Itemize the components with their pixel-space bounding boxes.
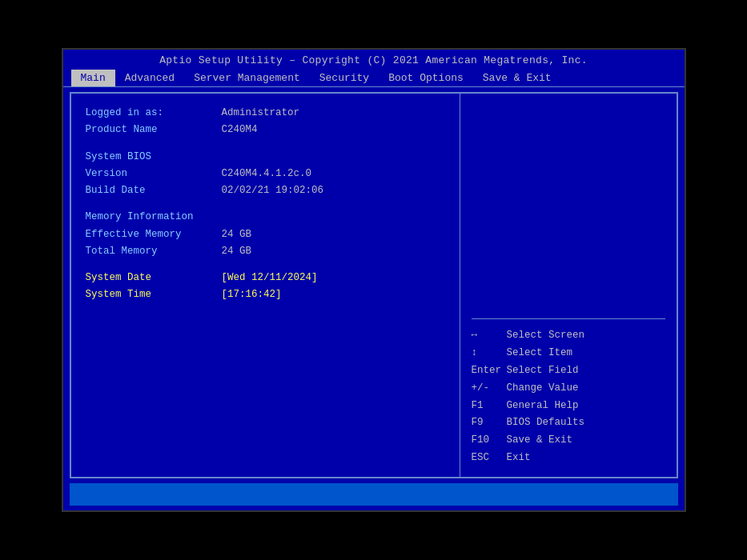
field-label: Product Name (86, 122, 222, 138)
field-row[interactable]: System Date[Wed 12/11/2024] (86, 270, 445, 286)
field-label: System Date (86, 270, 222, 286)
field-row: Effective Memory24 GB (86, 226, 445, 243)
field-row: Product NameC240M4 (86, 122, 445, 138)
field-gap (86, 260, 445, 270)
field-gap (86, 199, 445, 209)
field-label: Memory Information (86, 209, 222, 226)
key-name: Enter (472, 362, 502, 380)
menu-item-security[interactable]: Security (310, 70, 379, 86)
key-name: F1 (472, 398, 502, 415)
key-row: +/-Change Value (472, 380, 665, 398)
left-panel: Logged in as:AdministratorProduct NameC2… (71, 94, 460, 477)
field-value: [Wed 12/11/2024] (222, 270, 318, 286)
field-row: Logged in as:Administrator (86, 105, 445, 122)
right-panel: ↔Select Screen↕Select ItemEnterSelect Fi… (460, 94, 677, 477)
key-row: ↕Select Item (472, 345, 665, 362)
key-name: ↔ (472, 327, 502, 345)
key-desc: Select Field (507, 362, 579, 380)
field-label: Build Date (86, 182, 222, 199)
key-name: ↕ (472, 345, 502, 362)
key-name: +/- (472, 380, 502, 398)
title-bar: Aptio Setup Utility – Copyright (C) 2021… (63, 50, 685, 70)
field-row: Memory Information (86, 209, 445, 226)
key-desc: Select Screen (507, 327, 585, 345)
field-value: [17:16:42] (222, 286, 282, 303)
menu-item-boot-options[interactable]: Boot Options (379, 70, 473, 86)
key-desc: Change Value (507, 380, 579, 398)
field-value: C240M4 (222, 122, 258, 138)
field-row[interactable]: System Time[17:16:42] (86, 286, 445, 303)
field-label: System Time (86, 286, 222, 303)
menu-item-save-and-exit[interactable]: Save & Exit (473, 70, 561, 86)
field-value: C240M4.4.1.2c.0 (222, 166, 312, 182)
key-name: F10 (472, 432, 502, 450)
bottom-bar (70, 483, 678, 506)
key-row: F10Save & Exit (472, 432, 665, 450)
key-row: EnterSelect Field (472, 362, 665, 380)
content-area: Logged in as:AdministratorProduct NameC2… (70, 92, 678, 478)
field-row: Build Date02/02/21 19:02:06 (86, 182, 445, 199)
menu-item-server-management[interactable]: Server Management (184, 70, 310, 86)
field-label: Logged in as: (86, 105, 222, 122)
key-row: ↔Select Screen (472, 327, 665, 345)
menu-bar: MainAdvancedServer ManagementSecurityBoo… (63, 70, 685, 87)
menu-item-main[interactable]: Main (71, 70, 115, 86)
field-gap (86, 139, 445, 149)
field-row: VersionC240M4.4.1.2c.0 (86, 166, 445, 182)
field-value: Administrator (222, 105, 300, 122)
field-label: Version (86, 166, 222, 182)
key-desc: BIOS Defaults (507, 414, 585, 432)
key-help: ↔Select Screen↕Select ItemEnterSelect Fi… (472, 319, 665, 467)
title-text: Aptio Setup Utility – Copyright (C) 2021… (159, 54, 588, 66)
key-row: F1General Help (472, 398, 665, 415)
field-value: 24 GB (222, 243, 252, 260)
key-desc: Exit (507, 450, 531, 467)
key-row: ESCExit (472, 450, 665, 467)
key-name: F9 (472, 414, 502, 432)
key-desc: Save & Exit (507, 432, 573, 450)
key-row: F9BIOS Defaults (472, 414, 665, 432)
menu-item-advanced[interactable]: Advanced (115, 70, 184, 86)
field-label: System BIOS (86, 149, 222, 166)
key-desc: Select Item (507, 345, 573, 362)
field-row: System BIOS (86, 149, 445, 166)
key-name: ESC (472, 450, 502, 467)
field-label: Total Memory (86, 243, 222, 260)
key-desc: General Help (507, 398, 579, 415)
field-value: 24 GB (222, 226, 252, 243)
field-value: 02/02/21 19:02:06 (222, 182, 324, 199)
bios-screen: Aptio Setup Utility – Copyright (C) 2021… (62, 48, 686, 512)
field-row: Total Memory24 GB (86, 243, 445, 260)
help-text (472, 103, 665, 319)
field-label: Effective Memory (86, 226, 222, 243)
